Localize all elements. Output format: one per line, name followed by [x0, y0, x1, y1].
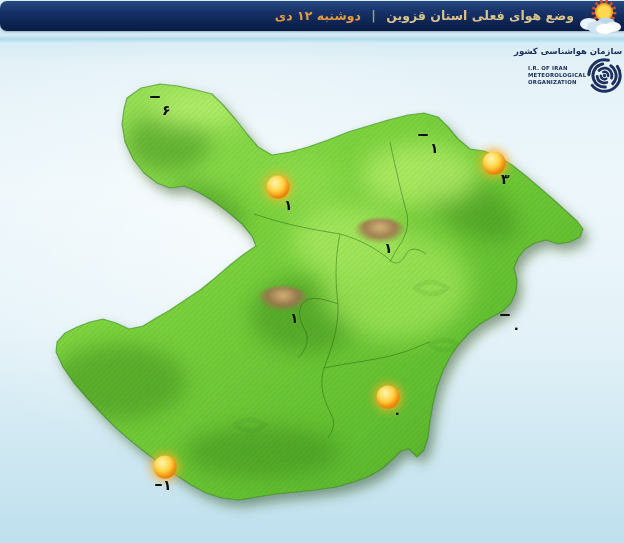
temperature-value: ۱ [163, 477, 172, 493]
temperature-value: ۱ [284, 197, 293, 213]
decor-band [0, 35, 624, 43]
temperature-value: ۱ [430, 140, 439, 156]
temperature-label: ۰ [393, 405, 402, 421]
temperature-label: ۱ [430, 140, 439, 156]
met-org-logo: سازمان هواشناسی کشور I.R. OF IRAN METEOR… [528, 46, 622, 94]
temperature-value: ۳ [501, 171, 510, 187]
met-org-name-en: I.R. OF IRAN METEOROLOGICAL ORGANIZATION [528, 65, 586, 86]
cyclone-spiral-icon [586, 57, 623, 94]
temperature-label: ۱ [284, 197, 293, 213]
minus-sign [500, 314, 510, 316]
title-separator: | [371, 8, 376, 23]
temperature-label: ۶ [162, 102, 171, 118]
temperature-value: ۰ [393, 405, 402, 421]
temperature-value: ۰ [512, 320, 521, 336]
sun-icon [267, 176, 290, 199]
weather-map-screen: ۶۱۰۱۳۰۱۱۱ وضع هوای فعلی استان قزوین | دو… [0, 0, 624, 543]
temperature-value: ۱ [384, 240, 393, 256]
temperature-label: ۱ [384, 240, 393, 256]
page-title: وضع هوای فعلی استان قزوین [386, 8, 574, 23]
title-bar: وضع هوای فعلی استان قزوین | دوشنبه ۱۲ دی [0, 1, 624, 31]
dust-haze-icon [257, 287, 309, 312]
minus-sign [155, 484, 162, 486]
temperature-value: ۱ [290, 310, 299, 326]
temperature-label: ۳ [501, 171, 510, 187]
minus-sign [150, 96, 160, 98]
temperature-label: ۱ [155, 477, 172, 493]
sun-cloud-icon [575, 0, 623, 35]
title-bar-text: وضع هوای فعلی استان قزوین | دوشنبه ۱۲ دی [10, 1, 574, 31]
minus-sign [418, 134, 428, 136]
temperature-value: ۶ [162, 102, 171, 118]
temperature-label: ۰ [512, 320, 521, 336]
temperature-label: ۱ [290, 310, 299, 326]
date-label: دوشنبه ۱۲ دی [275, 8, 361, 23]
sun-icon [154, 456, 177, 479]
dust-haze-icon [354, 219, 406, 244]
met-org-name-fa: سازمان هواشناسی کشور [528, 46, 622, 56]
